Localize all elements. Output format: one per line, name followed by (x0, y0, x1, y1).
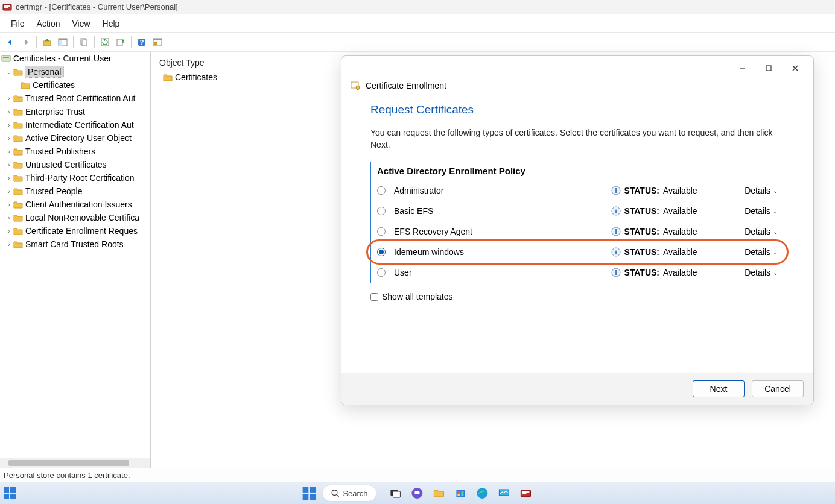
template-row[interactable]: Administrator i STATUS: Available Detail… (371, 180, 784, 201)
status-value: Available (663, 268, 729, 277)
dialog-footer: Next Cancel (341, 373, 813, 405)
status-label: STATUS: (624, 227, 659, 236)
status-value: Available (663, 206, 729, 216)
export-button[interactable] (114, 36, 127, 49)
tree-item[interactable]: › Trusted Root Certification Aut (0, 92, 150, 105)
start-button[interactable] (302, 487, 316, 500)
breadcrumb-text: Certificate Enrollment (366, 81, 446, 90)
store-icon[interactable] (454, 487, 468, 500)
svg-rect-24 (310, 487, 316, 493)
maximize-button[interactable] (755, 59, 782, 77)
template-row[interactable]: Basic EFS i STATUS: Available Details⌄ (371, 201, 784, 221)
properties-button[interactable] (151, 36, 164, 49)
taskbar-search[interactable]: Search (322, 485, 376, 502)
template-row[interactable]: EFS Recovery Agent i STATUS: Available D… (371, 221, 784, 242)
up-button[interactable] (40, 36, 54, 49)
expander-icon[interactable]: › (5, 95, 13, 102)
details-toggle[interactable]: Details⌄ (729, 227, 778, 236)
template-row[interactable]: User i STATUS: Available Details⌄ (371, 262, 784, 283)
monitor-icon[interactable] (498, 487, 511, 500)
expander-icon[interactable]: › (5, 148, 13, 155)
template-radio[interactable] (377, 227, 386, 236)
expander-icon[interactable]: ⌄ (5, 69, 13, 75)
file-explorer-icon[interactable] (433, 487, 446, 500)
expander-icon[interactable]: › (5, 135, 13, 142)
start-corner-icon[interactable] (4, 487, 16, 499)
minimize-button[interactable] (729, 59, 755, 77)
tree-item[interactable]: › Intermediate Certification Aut (0, 118, 150, 131)
menu-action[interactable]: Action (31, 16, 66, 31)
tree-personal[interactable]: ⌄ Personal (0, 65, 150, 78)
cancel-button[interactable]: Cancel (752, 380, 804, 397)
expander-icon[interactable]: › (5, 241, 13, 248)
chat-icon[interactable] (411, 487, 424, 500)
tree-scroll[interactable]: Certificates - Current User ⌄ Personal C… (0, 52, 150, 458)
tree-root[interactable]: Certificates - Current User (0, 52, 150, 65)
forward-button[interactable] (19, 36, 33, 49)
details-toggle[interactable]: Details⌄ (729, 206, 778, 216)
expander-icon[interactable]: › (5, 162, 13, 168)
tree-item[interactable]: › Client Authentication Issuers (0, 198, 150, 211)
tree-item[interactable]: › Trusted Publishers (0, 145, 150, 158)
scrollbar-thumb[interactable] (8, 460, 129, 466)
details-toggle[interactable]: Details⌄ (729, 247, 778, 257)
menu-help[interactable]: Help (97, 16, 126, 31)
folder-icon (13, 121, 23, 129)
expander-icon[interactable]: › (5, 122, 13, 128)
copy-button[interactable] (77, 36, 90, 49)
horizontal-scrollbar[interactable] (0, 458, 150, 468)
chevron-down-icon: ⌄ (773, 228, 778, 235)
status-value: Available (663, 186, 729, 195)
details-toggle[interactable]: Details⌄ (729, 268, 778, 277)
template-row[interactable]: Idemeum windows i STATUS: Available Deta… (371, 242, 784, 262)
chevron-down-icon: ⌄ (773, 269, 778, 276)
task-view-icon[interactable] (389, 487, 402, 500)
certmgr-taskbar-icon[interactable] (519, 487, 533, 500)
tree-item[interactable]: › Trusted People (0, 184, 150, 198)
tree-item[interactable]: › Smart Card Trusted Roots (0, 238, 150, 251)
expander-icon[interactable]: › (5, 215, 13, 221)
show-all-templates[interactable]: Show all templates (370, 292, 784, 301)
tree-item-label: Intermediate Certification Aut (25, 120, 134, 130)
svg-rect-35 (462, 491, 464, 494)
expander-icon[interactable]: › (5, 228, 13, 235)
details-label: Details (745, 186, 770, 195)
template-radio[interactable] (377, 248, 386, 256)
dialog-titlebar[interactable] (341, 56, 813, 80)
tree-item[interactable]: › Enterprise Trust (0, 105, 150, 118)
tree-personal-certificates[interactable]: Certificates (0, 78, 150, 92)
tree-item[interactable]: › Active Directory User Object (0, 131, 150, 145)
expander-icon[interactable]: › (5, 201, 13, 208)
svg-rect-16 (154, 43, 157, 45)
svg-rect-42 (522, 493, 527, 494)
show-all-checkbox[interactable] (370, 293, 378, 301)
expander-icon[interactable]: › (5, 188, 13, 195)
expander-icon[interactable]: › (5, 109, 13, 115)
template-radio[interactable] (377, 186, 386, 195)
tree-item[interactable]: › Third-Party Root Certification (0, 171, 150, 184)
template-radio[interactable] (377, 268, 386, 277)
details-toggle[interactable]: Details⌄ (729, 186, 778, 195)
status-label: STATUS: (624, 206, 659, 216)
svg-rect-37 (462, 494, 464, 496)
chevron-down-icon: ⌄ (773, 249, 778, 256)
help-button[interactable]: ? (135, 36, 148, 49)
back-button[interactable] (4, 36, 17, 49)
next-button[interactable]: Next (693, 380, 745, 397)
svg-rect-15 (154, 42, 157, 43)
tree-item[interactable]: › Local NonRemovable Certifica (0, 211, 150, 224)
show-hide-tree-button[interactable] (56, 36, 69, 49)
svg-rect-26 (310, 494, 316, 500)
template-radio[interactable] (377, 207, 386, 215)
edge-icon[interactable] (476, 487, 489, 500)
tree-item[interactable]: › Untrusted Certificates (0, 158, 150, 171)
menu-file[interactable]: File (5, 16, 31, 31)
svg-rect-8 (82, 40, 87, 46)
status-label: STATUS: (624, 268, 659, 277)
expander-icon[interactable]: › (5, 175, 13, 181)
menu-view[interactable]: View (66, 16, 96, 31)
tree-item[interactable]: › Certificate Enrollment Reques (0, 224, 150, 238)
close-button[interactable] (782, 59, 808, 77)
svg-rect-22 (10, 494, 16, 499)
refresh-button[interactable] (98, 36, 112, 49)
